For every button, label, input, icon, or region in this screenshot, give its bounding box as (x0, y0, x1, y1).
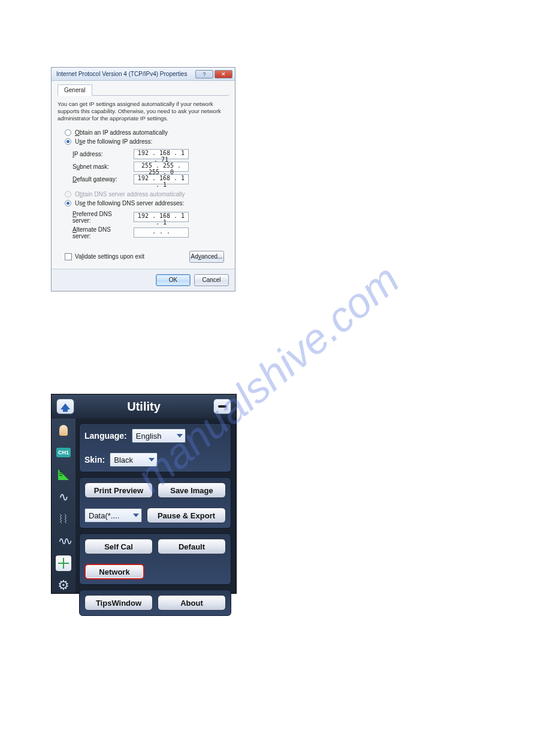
group-export: Print Preview Save Image Data(*.... Paus… (79, 477, 231, 529)
sidebar-ch1-icon[interactable]: CH1 (55, 444, 72, 460)
home-button[interactable] (56, 399, 74, 414)
network-button[interactable]: Network (84, 564, 144, 579)
advanced-button[interactable]: Advanced... (189, 251, 224, 263)
default-button[interactable]: Default (158, 539, 226, 554)
validate-row: Validate settings upon exit Advanced... (58, 250, 229, 263)
close-button[interactable]: ✕ (214, 70, 232, 78)
utility-titlebar: Utility (52, 394, 236, 418)
sidebar-ruler-icon[interactable] (55, 466, 72, 482)
dialog-footer: OK Cancel (52, 269, 235, 291)
validate-checkbox[interactable] (65, 253, 72, 260)
radio-icon (65, 200, 71, 207)
language-label: Language: (84, 431, 127, 441)
radio-use-following-ip[interactable]: Use the following IP address: (58, 137, 229, 146)
about-button[interactable]: About (158, 595, 226, 611)
language-dropdown[interactable]: English (132, 429, 186, 443)
radio-obtain-dns-auto: Obtain DNS server address automatically (58, 190, 229, 199)
ip-fields: IP address: 192 . 168 . 1 . 71 Subnet ma… (58, 146, 229, 190)
validate-label: Validate settings upon exit (75, 253, 144, 260)
minimize-button[interactable] (213, 399, 231, 414)
alternate-dns-input[interactable]: . . . (134, 227, 189, 238)
help-text: You can get IP settings assigned automat… (58, 101, 229, 122)
dialog-body: General You can get IP settings assigned… (52, 81, 235, 269)
radio-label: Use the following IP address: (75, 138, 152, 145)
self-cal-button[interactable]: Self Cal (84, 539, 153, 554)
radio-use-following-dns[interactable]: Use the following DNS server addresses: (58, 199, 229, 208)
sidebar-crosshair-icon[interactable] (55, 555, 72, 571)
dialog-titlebar: Internet Protocol Version 4 (TCP/IPv4) P… (52, 68, 235, 81)
help-button[interactable]: ? (195, 70, 213, 78)
utility-panel: Utility CH1 ∿ ⦚⦚ ∿∿ ⚙ Language: English … (51, 394, 237, 594)
radio-icon (65, 129, 71, 136)
default-gateway-input[interactable]: 192 . 168 . 1 . 1 (134, 174, 189, 184)
minimize-icon (218, 405, 226, 408)
radio-obtain-ip-auto[interactable]: Obtain an IP address automatically (58, 128, 229, 137)
preferred-dns-label: Preferred DNS server: (72, 211, 130, 224)
default-gateway-label: Default gateway: (72, 176, 130, 183)
ipv4-properties-dialog: Internet Protocol Version 4 (TCP/IPv4) P… (51, 67, 235, 292)
radio-label: Obtain DNS server address automatically (75, 191, 185, 198)
radio-label: Use the following DNS server addresses: (75, 200, 184, 207)
alternate-dns-label: Alternate DNS server: (72, 226, 130, 239)
subnet-mask-input[interactable]: 255 . 255 . 255 . 0 (134, 162, 189, 172)
ip-address-label: IP address: (72, 151, 130, 157)
dialog-title: Internet Protocol Version 4 (TCP/IPv4) P… (56, 71, 194, 77)
sidebar-gear-icon[interactable]: ⚙ (55, 577, 72, 593)
save-image-button[interactable]: Save Image (158, 482, 226, 498)
tips-window-button[interactable]: TipsWindow (84, 595, 153, 611)
subnet-mask-label: Subnet mask: (72, 163, 130, 170)
utility-sidebar: CH1 ∿ ⦚⦚ ∿∿ ⚙ (52, 418, 75, 593)
cancel-button[interactable]: Cancel (194, 274, 229, 286)
group-system: Self Cal Default Network (79, 533, 231, 585)
utility-title: Utility (127, 400, 161, 414)
ok-button[interactable]: OK (156, 274, 191, 286)
skin-label: Skin: (84, 455, 105, 464)
group-info: TipsWindow About (79, 590, 231, 616)
group-appearance: Language: English Skin: Black (79, 423, 231, 472)
sidebar-sine-icon[interactable]: ∿ (55, 488, 72, 505)
utility-main: Language: English Skin: Black Print Prev… (75, 418, 236, 593)
preferred-dns-input[interactable]: 192 . 168 . 1 . 1 (134, 212, 189, 222)
skin-dropdown[interactable]: Black (110, 453, 158, 467)
dns-fields: Preferred DNS server: 192 . 168 . 1 . 1 … (58, 208, 229, 245)
sidebar-burst-icon[interactable]: ⦚⦚ (55, 511, 72, 527)
radio-label: Obtain an IP address automatically (75, 129, 168, 136)
tab-general[interactable]: General (58, 84, 92, 96)
radio-icon (65, 138, 71, 145)
sidebar-dualwave-icon[interactable]: ∿∿ (55, 533, 72, 549)
home-icon (61, 403, 70, 409)
pause-export-button[interactable]: Pause & Export (147, 508, 226, 523)
ip-address-input[interactable]: 192 . 168 . 1 . 71 (134, 149, 189, 159)
tabstrip: General (58, 84, 229, 96)
data-format-dropdown[interactable]: Data(*.... (84, 508, 142, 523)
sidebar-touch-icon[interactable] (55, 422, 72, 438)
radio-icon (65, 191, 71, 198)
print-preview-button[interactable]: Print Preview (84, 482, 153, 498)
